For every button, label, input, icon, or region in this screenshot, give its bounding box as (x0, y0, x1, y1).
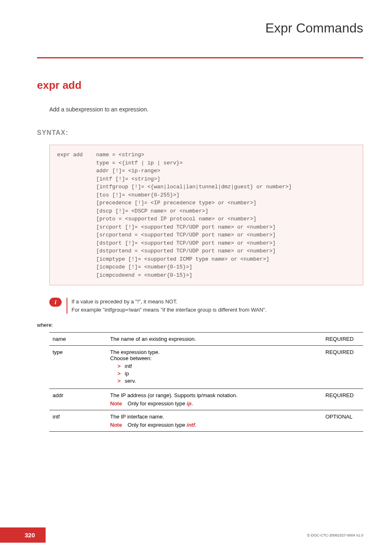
param-desc: The expression type. Choose between: >in… (107, 346, 322, 389)
list-item: >intf (118, 363, 319, 369)
info-icon-glyph: i (55, 299, 56, 306)
param-desc: The IP interface name. Note Only for exp… (107, 410, 322, 432)
param-req: OPTIONAL (322, 410, 363, 432)
syntax-box: expr addname = <string> type = <{intf | … (49, 145, 363, 285)
bullet-list: >intf >ip >serv. (110, 363, 319, 384)
list-item: >serv. (118, 378, 319, 384)
list-item: >ip (118, 370, 319, 377)
note-prefix: Only for expression type (128, 400, 187, 407)
param-desc-text: The IP interface name. (110, 414, 164, 420)
note-suffix: . (195, 422, 197, 428)
command-description: Add a subexpression to an expression. (49, 106, 363, 113)
syntax-section-label: SYNTAX: (37, 129, 363, 136)
bullet-text: ip (125, 370, 129, 377)
page-footer: 320 E-DOC-CTC-20061027-0004 v1.0 (0, 527, 392, 543)
note-em: ip (187, 400, 191, 407)
bullet-text: serv. (125, 378, 136, 384)
bullet-arrow-icon: > (118, 363, 121, 369)
note-em: intf (187, 422, 195, 428)
param-note: Note Only for expression type ip. (110, 400, 319, 407)
bullet-text: intf (125, 363, 132, 369)
chapter-title: Expr Commands (37, 21, 363, 41)
table-row: type The expression type. Choose between… (49, 346, 363, 389)
doc-id: E-DOC-CTC-20061027-0004 v1.0 (307, 533, 363, 537)
page-number: 320 (0, 527, 46, 543)
param-desc-line: Choose between: (110, 355, 152, 361)
header-rule (37, 57, 363, 58)
param-req: REQUIRED (322, 333, 363, 346)
syntax-command: expr add (57, 151, 96, 159)
param-name: addr (49, 389, 107, 410)
param-name: intf (49, 410, 107, 432)
param-req: REQUIRED (322, 346, 363, 389)
table-row: addr The IP address (or range). Supports… (49, 389, 363, 410)
param-desc: The name of an existing expression. (107, 333, 322, 346)
info-icon: i (49, 298, 62, 307)
info-note-line1: If a value is preceded by a "!", it mean… (71, 298, 178, 305)
param-note: Note Only for expression type intf. (110, 422, 319, 428)
bullet-arrow-icon: > (118, 378, 121, 384)
note-prefix: Only for expression type (128, 422, 187, 428)
table-row: intf The IP interface name. Note Only fo… (49, 410, 363, 432)
bullet-arrow-icon: > (118, 370, 121, 377)
command-title: expr add (37, 79, 363, 92)
info-divider (67, 298, 67, 314)
param-desc: The IP address (or range). Supports ip/m… (107, 389, 322, 410)
info-note-text: If a value is preceded by a "!", it mean… (71, 298, 267, 314)
param-table: name The name of an existing expression.… (49, 332, 363, 432)
syntax-body: name = <string> type = <{intf | ip | ser… (96, 151, 292, 279)
info-note-line2: For example "intfgroup=!wan" means "if t… (71, 307, 267, 313)
note-label: Note (110, 400, 122, 407)
table-bottom-rule (49, 432, 363, 432)
note-suffix: . (191, 400, 193, 407)
table-row: name The name of an existing expression.… (49, 333, 363, 346)
where-label: where: (37, 322, 363, 328)
note-label: Note (110, 422, 122, 428)
info-note: i If a value is preceded by a "!", it me… (49, 298, 363, 314)
param-desc-text: The IP address (or range). Supports ip/m… (110, 392, 238, 398)
param-req: REQUIRED (322, 389, 363, 410)
param-name: type (49, 346, 107, 389)
param-desc-line: The expression type. (110, 349, 160, 355)
param-name: name (49, 333, 107, 346)
